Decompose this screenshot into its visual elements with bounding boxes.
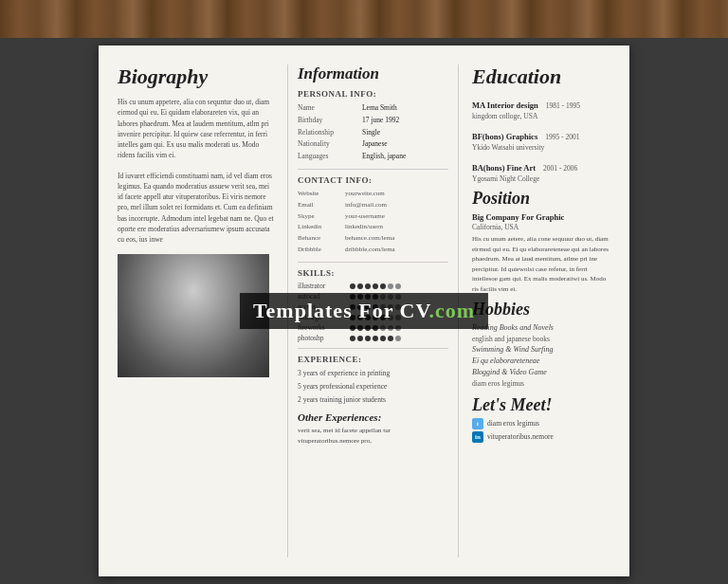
skill-dot [388,294,393,300]
hobby-title: Bloggind & Video Game [472,367,610,378]
edu-degree: MA Interior design [472,100,538,110]
contact-label: Skype [298,211,345,223]
skill-dots [350,336,401,341]
skill-dots [350,294,401,300]
skill-dot [380,283,386,289]
skill-dot [373,325,378,331]
hobby-item: Swimming & Wind Surfing [472,344,610,356]
info-row: RelationshipSingle [298,127,448,139]
skill-dots [350,283,401,289]
experience-item: 5 years professional experience [298,381,448,392]
experience-item: 3 years of experience in printing [298,368,448,379]
education-item: BA(hons) Fine Art 2001 - 2006 Ygosami Ni… [472,157,610,183]
skill-dot [350,283,355,289]
resume-container: Biography His cu unum appetere, alia con… [99,46,629,576]
hobbies-items: Reading Books and Novelsenglish and japa… [472,322,610,390]
skill-dot [373,336,378,341]
skill-dot [350,304,355,310]
skill-dot [357,336,363,341]
skill-dot [373,294,378,300]
skill-row: fireworks [298,323,448,332]
hobby-item: Reading Books and Novelsenglish and japa… [472,322,610,344]
edu-school: Ygosami Night College [472,174,610,183]
contact-row: Skypeyour-username [298,211,448,223]
biography-paragraph-2: Id iuvaret efficiendi constituami nam, i… [118,171,276,246]
contact-label: Linkedin [298,222,345,233]
contact-label: Behance [298,233,345,245]
biography-title: Biography [118,64,276,89]
skill-name: access [298,302,350,311]
edu-degree-line: BA(hons) Fine Art 2001 - 2006 [472,157,610,174]
skill-dot [365,315,371,320]
skill-dot [380,325,386,331]
middle-column: Information Personal info: NameLema Smit… [298,64,459,557]
hobby-sub: english and japanese books [472,334,610,344]
skill-name: photoshp [298,334,350,342]
skill-dots [350,325,401,331]
skill-name: fireworks [298,323,350,332]
skill-name: indesign [298,313,350,321]
skill-dot [365,294,371,300]
social-row: in vituperatoribus.nemore [472,431,610,443]
contact-info-rows: Websiteyourweite.comEmailinfo@mail.comSk… [298,189,448,256]
info-row: NationalityJapanese [298,138,448,151]
biography-paragraph-1: His cu unum appetere, alia con sequntur … [118,97,276,161]
skill-row: illustrator [298,282,448,290]
info-value: 17 june 1992 [362,115,399,127]
info-label: Birthday [298,115,362,127]
skill-name: illustrator [298,282,350,290]
edu-degree: BA(hons) Fine Art [472,163,536,173]
education-items: MA Interior design 1981 - 1995 kingdom c… [472,95,610,183]
skill-dot [395,315,401,320]
skill-dot [380,294,386,300]
skill-dot [357,283,363,289]
other-experiences-subtitle: Other Experiences: [298,411,448,423]
edu-year: 2001 - 2006 [543,164,577,173]
skill-dot [388,304,393,310]
contact-row: Emailinfo@mail.com [298,200,448,211]
skill-dot [350,325,355,331]
contact-value: behance.com/lema [345,233,394,245]
social-row: t diam eros legimus [472,418,610,429]
skills-subtitle: Skills: [298,268,448,278]
photo-image [118,254,269,377]
skill-dot [350,315,355,320]
other-experiences-text: verit sea, mei id facete appellan tur vi… [298,426,448,446]
divider-1 [298,169,448,170]
skill-dot [373,304,378,310]
social-value: diam eros legimus [487,419,539,428]
right-column: Education MA Interior design 1981 - 1995… [468,64,610,557]
skill-dot [395,336,401,341]
wood-header [0,0,728,38]
hobbies-title: Hobbies [472,300,610,319]
resume-inner: Biography His cu unum appetere, alia con… [99,46,629,576]
linkedin-icon: in [472,431,483,443]
skill-dot [395,283,401,289]
skill-name: autocad [298,292,350,301]
contact-row: Linkedinlinkedin/usern [298,222,448,233]
skill-dot [395,294,401,300]
contact-value: yourweite.com [345,189,385,200]
hobby-item: Ei qu elaborareteneae [472,356,610,367]
info-value: Japanese [362,138,388,151]
edu-degree-line: BF(hons) Graphics 1995 - 2001 [472,126,610,143]
info-label: Name [298,102,362,115]
skill-dot [388,325,393,331]
info-row: NameLema Smith [298,102,448,115]
contact-row: Websiteyourweite.com [298,189,448,200]
social-items: t diam eros legimus in vituperatoribus.n… [472,418,610,443]
education-title: Education [472,64,610,89]
hobby-title: Reading Books and Novels [472,322,610,334]
contact-row: Behancebehance.com/lema [298,233,448,245]
hobby-sub: diam eros legimus [472,378,610,389]
edu-year: 1981 - 1995 [546,101,580,110]
contact-row: Dribbbledribbble.com/lema [298,245,448,256]
skills-rows: illustratorautocadaccessindesignfirework… [298,282,448,342]
hobby-title: Swimming & Wind Surfing [472,344,610,356]
contact-value: your-username [345,211,385,223]
education-item: MA Interior design 1981 - 1995 kingdom c… [472,95,610,120]
contact-value: dribbble.com/lema [345,245,395,256]
experience-subtitle: Experience: [298,355,448,364]
info-label: Nationality [298,138,362,151]
education-item: BF(hons) Graphics 1995 - 2001 Ykido Wats… [472,126,610,152]
